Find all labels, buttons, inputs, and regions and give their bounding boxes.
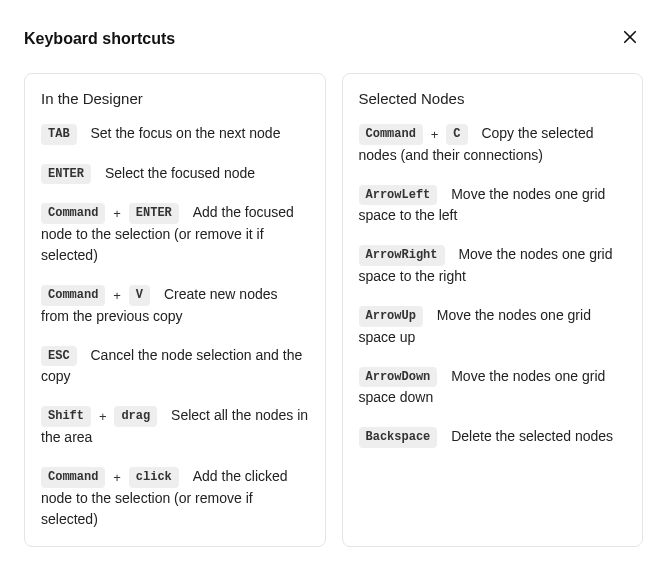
keyboard-shortcuts-dialog: Keyboard shortcuts In the Designer TAB S…	[0, 0, 667, 565]
dialog-header: Keyboard shortcuts	[24, 24, 643, 53]
key: drag	[114, 406, 157, 427]
key: Command	[41, 467, 105, 488]
shortcut-row: ENTER Select the focused node	[41, 163, 309, 185]
key: Command	[41, 203, 105, 224]
shortcut-row: ArrowDown Move the nodes one grid space …	[359, 366, 627, 409]
shortcut-row: TAB Set the focus on the next node	[41, 123, 309, 145]
key: ENTER	[41, 164, 91, 185]
shortcut-row: Backspace Delete the selected nodes	[359, 426, 627, 448]
key: ArrowUp	[359, 306, 423, 327]
panel-designer: In the Designer TAB Set the focus on the…	[24, 73, 326, 547]
plus: +	[113, 468, 121, 488]
key: C	[446, 124, 467, 145]
shortcut-columns: In the Designer TAB Set the focus on the…	[24, 73, 643, 547]
shortcut-row: Command + C Copy the selected nodes (and…	[359, 123, 627, 166]
close-button[interactable]	[617, 24, 643, 53]
dialog-title: Keyboard shortcuts	[24, 30, 175, 48]
shortcut-row: ArrowLeft Move the nodes one grid space …	[359, 184, 627, 227]
shortcut-row: ArrowRight Move the nodes one grid space…	[359, 244, 627, 287]
key: ArrowDown	[359, 367, 438, 388]
plus: +	[99, 407, 107, 427]
plus: +	[113, 204, 121, 224]
key: ArrowLeft	[359, 185, 438, 206]
panel-title: In the Designer	[41, 90, 309, 107]
plus: +	[431, 125, 439, 145]
plus: +	[113, 286, 121, 306]
key: ArrowRight	[359, 245, 445, 266]
shortcut-row: Command + ENTER Add the focused node to …	[41, 202, 309, 266]
key: Command	[41, 285, 105, 306]
key: ESC	[41, 346, 77, 367]
key: click	[129, 467, 179, 488]
shortcut-desc: Cancel the node selection and the copy	[41, 347, 302, 385]
shortcut-desc: Select the focused node	[105, 165, 255, 181]
key: Command	[359, 124, 423, 145]
key: Backspace	[359, 427, 438, 448]
panel-selected-nodes: Selected Nodes Command + C Copy the sele…	[342, 73, 644, 547]
key: TAB	[41, 124, 77, 145]
shortcut-row: Command + click Add the clicked node to …	[41, 466, 309, 530]
shortcut-row: Command + V Create new nodes from the pr…	[41, 284, 309, 327]
key: V	[129, 285, 150, 306]
close-icon	[621, 28, 639, 49]
key: ENTER	[129, 203, 179, 224]
shortcut-row: ESC Cancel the node selection and the co…	[41, 345, 309, 388]
shortcut-row: ArrowUp Move the nodes one grid space up	[359, 305, 627, 348]
shortcut-desc: Delete the selected nodes	[451, 428, 613, 444]
shortcut-desc: Set the focus on the next node	[91, 125, 281, 141]
shortcut-row: Shift + drag Select all the nodes in the…	[41, 405, 309, 448]
key: Shift	[41, 406, 91, 427]
panel-title: Selected Nodes	[359, 90, 627, 107]
